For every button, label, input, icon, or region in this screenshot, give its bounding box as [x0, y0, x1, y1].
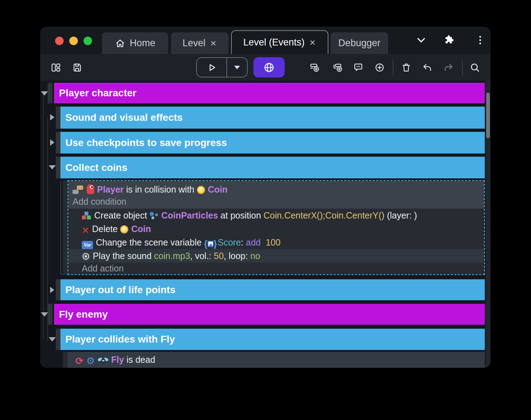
project-structure-icon[interactable]: [50, 62, 61, 73]
add-event-icon[interactable]: [310, 62, 320, 73]
action-text: , loop:: [224, 251, 250, 261]
event-drag-handle[interactable]: [63, 180, 68, 275]
event-drag-handle[interactable]: [56, 157, 60, 178]
desktop-background: Home Level × Level (Events) × Debugger: [0, 0, 531, 420]
more-menu-icon[interactable]: [474, 34, 486, 46]
object-name: Coin: [131, 224, 151, 234]
redo-icon[interactable]: [443, 62, 454, 73]
add-comment-icon[interactable]: [353, 62, 364, 73]
titlebar: Home Level × Level (Events) × Debugger: [40, 27, 490, 54]
expand-arrow-icon[interactable]: [50, 287, 54, 293]
tab-label: Home: [130, 38, 155, 49]
event-drag-handle[interactable]: [48, 304, 52, 325]
action-create-object[interactable]: Create object CoinParticles at position …: [68, 209, 484, 222]
event-drag-handle[interactable]: [48, 83, 52, 103]
action-text: , vol.:: [190, 251, 214, 261]
tab-level[interactable]: Level ×: [171, 32, 229, 54]
variable-name: Score: [218, 237, 241, 247]
tab-close-icon[interactable]: ×: [309, 38, 316, 48]
group-title: Use checkpoints to save progress: [65, 137, 227, 149]
toolbar: [40, 54, 490, 81]
action-text: at position: [218, 210, 263, 220]
action-text: Play the sound: [93, 251, 154, 261]
traffic-light-close[interactable]: [55, 37, 64, 45]
event-group-sound-effects[interactable]: Sound and visual effects: [60, 107, 485, 129]
event-group-collect-coins[interactable]: Collect coins: [60, 157, 485, 178]
globe-icon: [263, 61, 275, 74]
indent-guide: [43, 93, 44, 339]
home-icon: [115, 38, 125, 49]
scrollbar-thumb[interactable]: [486, 93, 490, 138]
save-icon[interactable]: [72, 62, 82, 73]
event-drag-handle[interactable]: [56, 107, 60, 129]
coin-icon: [120, 225, 128, 233]
condition-text: is in collision with: [124, 184, 197, 194]
action-delete-coin[interactable]: Delete Coin: [68, 222, 484, 236]
collapse-arrow-icon[interactable]: [41, 91, 48, 96]
caret-down-icon: [234, 66, 240, 69]
group-title: Fly enemy: [59, 309, 108, 320]
collapse-arrow-icon[interactable]: [49, 165, 56, 169]
tab-close-icon[interactable]: ×: [210, 38, 217, 48]
event-group-out-of-life[interactable]: Player out of life points: [60, 279, 485, 300]
conditions-zone: Player is in collision with Coin Add con…: [68, 181, 484, 209]
action-change-variable[interactable]: VarChange the scene variable Score: add1…: [68, 236, 484, 249]
object-name: Coin: [208, 184, 228, 194]
particles-icon: [150, 211, 159, 220]
search-icon[interactable]: [470, 62, 480, 73]
event-drag-handle[interactable]: [56, 279, 60, 300]
number-value: 100: [266, 237, 280, 247]
play-button[interactable]: [197, 58, 227, 77]
toolbar-divider: [462, 59, 463, 76]
play-icon: [206, 62, 217, 73]
event-group-collides-fly[interactable]: Player collides with Fly: [60, 329, 485, 350]
number-value: 50: [214, 251, 224, 261]
object-name: Fly: [111, 355, 124, 365]
undo-icon[interactable]: [422, 62, 433, 73]
expression-value: Coin.CenterX();Coin.CenterY(): [263, 210, 384, 220]
add-action-link[interactable]: Add action: [68, 263, 484, 274]
tab-level-events[interactable]: Level (Events) ×: [231, 30, 328, 54]
event-group-fly-enemy[interactable]: Fly enemy: [54, 304, 485, 325]
event-drag-handle[interactable]: [56, 329, 60, 350]
tab-home[interactable]: Home: [102, 32, 168, 54]
action-text: (layer: ): [385, 210, 417, 220]
expand-arrow-icon[interactable]: [50, 139, 54, 146]
add-more-icon[interactable]: [374, 62, 385, 73]
player-sprite-icon: [87, 184, 94, 194]
event-group-player-character[interactable]: Player character: [54, 83, 485, 103]
event-drag-handle[interactable]: [63, 352, 68, 368]
delete-icon[interactable]: [401, 62, 412, 73]
toolbar-divider: [393, 59, 393, 76]
event-drag-handle[interactable]: [56, 132, 60, 154]
coin-icon: [197, 186, 205, 194]
collapse-arrow-icon[interactable]: [41, 312, 48, 317]
delete-x-icon: [82, 224, 89, 237]
add-subevent-icon[interactable]: [333, 62, 343, 73]
play-options-button[interactable]: [227, 58, 247, 77]
traffic-light-zoom[interactable]: [84, 37, 92, 45]
group-title: Player out of life points: [65, 284, 176, 296]
action-play-sound[interactable]: Play the sound coin.mp3, vol.: 50, loop:…: [68, 249, 484, 263]
traffic-light-minimize[interactable]: [69, 37, 78, 45]
event-group-checkpoints[interactable]: Use checkpoints to save progress: [60, 132, 485, 154]
chevron-down-icon[interactable]: [415, 34, 428, 47]
variable-badge-icon: Var: [82, 241, 93, 249]
expand-arrow-icon[interactable]: [50, 114, 54, 120]
event-coin-collision[interactable]: Player is in collision with Coin Add con…: [68, 180, 485, 275]
condition-text: is dead: [124, 355, 155, 365]
tab-label: Debugger: [338, 38, 381, 49]
boolean-value: no: [250, 251, 260, 261]
extensions-puzzle-icon[interactable]: [443, 34, 456, 47]
add-condition-link[interactable]: Add condition: [68, 196, 484, 207]
group-title: Collect coins: [65, 162, 127, 173]
condition-fly-is-dead[interactable]: Fly is dead: [68, 352, 485, 368]
preview-web-button[interactable]: [253, 57, 285, 77]
group-title: Player collides with Fly: [65, 334, 175, 345]
action-text: :: [241, 237, 246, 247]
tab-debugger[interactable]: Debugger: [331, 32, 388, 54]
app-window: Home Level × Level (Events) × Debugger: [40, 27, 490, 368]
condition-row[interactable]: Player is in collision with Coin: [68, 181, 484, 196]
collapse-arrow-icon[interactable]: [49, 337, 56, 341]
collision-icon: [73, 185, 84, 194]
